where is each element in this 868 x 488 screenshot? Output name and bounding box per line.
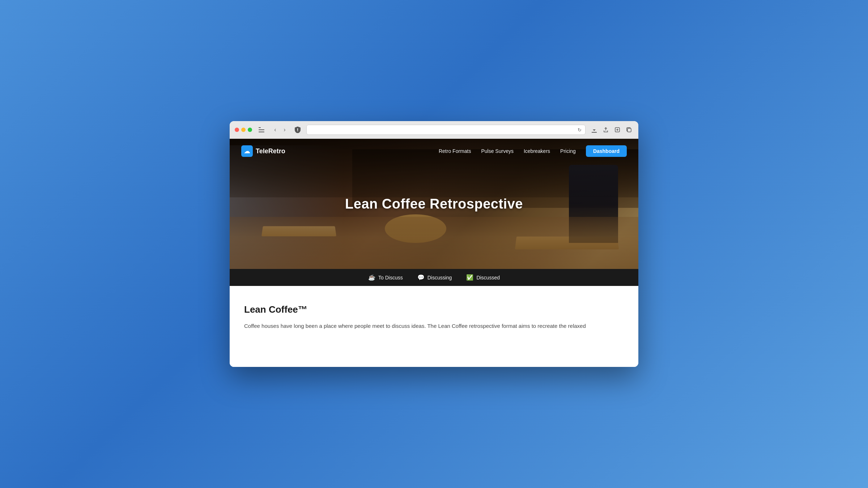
- browser-actions: [590, 125, 633, 134]
- discussed-icon: ✅: [466, 274, 473, 281]
- browser-chrome: ‹ › ↻: [230, 121, 638, 139]
- hero-title-container: Lean Coffee Retrospective: [345, 196, 523, 212]
- sidebar-toggle-button[interactable]: [256, 125, 267, 135]
- maximize-button[interactable]: [248, 128, 252, 132]
- cloud-icon: ☁: [244, 147, 250, 155]
- minimize-button[interactable]: [241, 128, 246, 132]
- svg-rect-0: [259, 127, 261, 128]
- nav-retro-formats[interactable]: Retro Formats: [439, 148, 471, 154]
- nav-pricing[interactable]: Pricing: [560, 148, 576, 154]
- content-title: Lean Coffee™: [244, 304, 624, 315]
- status-discussed: ✅ Discussed: [466, 274, 500, 281]
- site-navigation: ☁ TeleRetro Retro Formats Pulse Surveys …: [230, 139, 638, 163]
- svg-rect-4: [297, 130, 298, 131]
- privacy-shield-icon: [293, 125, 302, 134]
- new-tab-button[interactable]: [613, 125, 622, 134]
- status-bar: ☕ To Discuss 💬 Discussing ✅ Discussed: [230, 269, 638, 286]
- address-bar[interactable]: ↻: [306, 125, 586, 135]
- nav-pulse-surveys[interactable]: Pulse Surveys: [481, 148, 513, 154]
- svg-rect-1: [259, 129, 264, 130]
- to-discuss-icon: ☕: [368, 274, 375, 281]
- status-discussing: 💬 Discussing: [417, 274, 452, 281]
- hero-title: Lean Coffee Retrospective: [345, 196, 523, 212]
- dashboard-button[interactable]: Dashboard: [586, 145, 627, 157]
- close-button[interactable]: [235, 128, 239, 132]
- logo-text: TeleRetro: [256, 147, 285, 155]
- discussing-label: Discussing: [427, 275, 452, 281]
- svg-rect-3: [297, 128, 298, 130]
- discussing-icon: 💬: [417, 274, 425, 281]
- browser-window: ‹ › ↻: [230, 121, 638, 367]
- nav-links: Retro Formats Pulse Surveys Icebreakers …: [439, 145, 627, 157]
- svg-rect-2: [259, 132, 264, 132]
- browser-nav-buttons: ‹ ›: [271, 125, 289, 134]
- forward-button[interactable]: ›: [280, 125, 289, 134]
- hero-section: ☁ TeleRetro Retro Formats Pulse Surveys …: [230, 139, 638, 269]
- refresh-button[interactable]: ↻: [578, 127, 582, 133]
- share-button[interactable]: [601, 125, 610, 134]
- back-button[interactable]: ‹: [271, 125, 280, 134]
- download-button[interactable]: [590, 125, 599, 134]
- hero-wrapper: ☁ TeleRetro Retro Formats Pulse Surveys …: [230, 139, 638, 286]
- discussed-label: Discussed: [476, 275, 500, 281]
- content-body: Coffee houses have long been a place whe…: [244, 322, 624, 331]
- logo-icon: ☁: [241, 145, 253, 157]
- svg-rect-7: [627, 128, 631, 132]
- nav-icebreakers[interactable]: Icebreakers: [524, 148, 550, 154]
- website-content: ☁ TeleRetro Retro Formats Pulse Surveys …: [230, 139, 638, 367]
- status-to-discuss: ☕ To Discuss: [368, 274, 403, 281]
- tab-overview-button[interactable]: [625, 125, 633, 134]
- content-section: Lean Coffee™ Coffee houses have long bee…: [230, 286, 638, 367]
- nav-logo: ☁ TeleRetro: [241, 145, 285, 157]
- to-discuss-label: To Discuss: [378, 275, 403, 281]
- traffic-lights: [235, 128, 252, 132]
